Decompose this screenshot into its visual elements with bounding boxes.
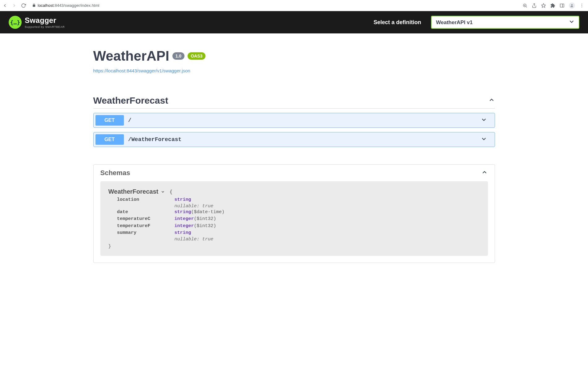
chevron-up-icon — [481, 169, 488, 177]
schema-property: temperatureFinteger($int32) — [117, 223, 480, 230]
prop-type: string — [175, 197, 191, 202]
avatar[interactable] — [569, 2, 575, 9]
schemas-title: Schemas — [100, 169, 130, 177]
prop-name: summary — [117, 230, 175, 237]
url-host: localhost: — [38, 3, 55, 8]
oas-badge: OAS3 — [188, 52, 205, 60]
prop-format: ($date-time) — [191, 209, 225, 215]
schema-property: summarystring — [117, 230, 480, 237]
prop-name: date — [117, 209, 175, 216]
chevron-down-icon — [480, 116, 487, 124]
svg-rect-3 — [560, 4, 564, 7]
lock-icon — [32, 3, 36, 8]
schema-property: datestring($date-time) — [117, 209, 480, 216]
operation-row[interactable]: GET / — [93, 113, 495, 128]
prop-format: ($int32) — [194, 223, 216, 229]
swagger-topbar: {…} Swagger Supported by SMARTBEAR Selec… — [0, 11, 588, 33]
operation-path: /WeatherForecast — [128, 136, 480, 143]
schema-property: locationstring — [117, 196, 480, 204]
prop-type: string — [175, 209, 191, 215]
spec-url-link[interactable]: https://localhost:8443/swagger/v1/swagge… — [93, 68, 190, 73]
api-title-text: WeatherAPI — [93, 48, 169, 64]
svg-point-5 — [571, 4, 573, 6]
prop-type: integer — [175, 223, 194, 229]
schema-model: WeatherForecast { locationstringnullable… — [100, 181, 488, 256]
prop-name: location — [117, 196, 175, 204]
star-icon[interactable] — [541, 3, 546, 8]
share-icon[interactable] — [532, 3, 537, 8]
zoom-icon[interactable] — [522, 3, 527, 8]
schemas-section: Schemas WeatherForecast { locationstring… — [93, 164, 495, 263]
api-title: WeatherAPI 1.0 OAS3 — [93, 48, 495, 64]
prop-type: string — [175, 230, 191, 235]
forward-icon[interactable] — [12, 3, 17, 8]
url-path: 8443/swagger/index.html — [55, 3, 99, 8]
chevron-down-icon — [480, 135, 487, 144]
model-toggle[interactable]: WeatherForecast { — [108, 188, 173, 195]
swagger-logo: {…} Swagger Supported by SMARTBEAR — [9, 16, 65, 29]
brand-sub: Supported by SMARTBEAR — [25, 25, 65, 28]
definition-label: Select a definition — [374, 19, 421, 26]
schema-property: temperatureCinteger($int32) — [117, 216, 480, 223]
tag-header[interactable]: WeatherForecast — [93, 95, 495, 109]
version-badge: 1.0 — [172, 52, 184, 60]
back-icon[interactable] — [2, 3, 7, 8]
address-bar[interactable]: localhost:8443/swagger/index.html — [30, 3, 519, 8]
operation-path: / — [128, 117, 480, 123]
prop-meta: nullable: true — [175, 204, 480, 209]
http-method-badge: GET — [95, 134, 124, 145]
model-name: WeatherForecast — [108, 188, 159, 195]
chevron-down-icon — [161, 190, 165, 194]
http-method-badge: GET — [95, 115, 124, 126]
brand-name: Swagger — [25, 16, 56, 24]
prop-format: ($int32) — [194, 216, 216, 221]
menu-icon[interactable] — [579, 3, 584, 8]
operation-row[interactable]: GET /WeatherForecast — [93, 132, 495, 147]
svg-point-7 — [582, 5, 582, 6]
reload-icon[interactable] — [21, 3, 26, 8]
extensions-icon[interactable] — [550, 3, 555, 8]
swagger-logo-icon: {…} — [9, 16, 22, 29]
prop-type: integer — [175, 216, 194, 221]
prop-name: temperatureF — [117, 223, 175, 230]
prop-name: temperatureC — [117, 216, 175, 223]
panel-icon[interactable] — [560, 3, 565, 8]
svg-point-8 — [582, 6, 582, 7]
definition-select[interactable]: WeatherAPI v1 — [431, 16, 579, 29]
tag-name: WeatherForecast — [93, 95, 168, 106]
schemas-header[interactable]: Schemas — [94, 165, 495, 181]
svg-point-6 — [582, 4, 582, 4]
chevron-up-icon — [488, 97, 495, 105]
svg-marker-2 — [541, 3, 545, 7]
browser-chrome: localhost:8443/swagger/index.html — [0, 0, 588, 11]
prop-meta: nullable: true — [175, 237, 480, 242]
